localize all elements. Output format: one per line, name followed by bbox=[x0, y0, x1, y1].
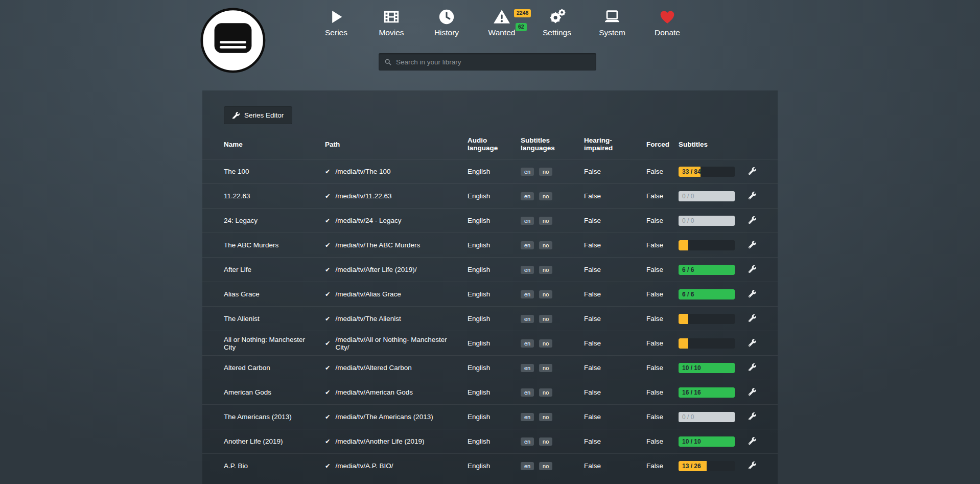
wrench-icon[interactable] bbox=[749, 192, 756, 199]
hearing-impaired-value: False bbox=[584, 364, 646, 372]
nav-settings[interactable]: Settings bbox=[529, 8, 585, 37]
check-icon: ✔ bbox=[325, 462, 330, 470]
series-path-cell: ✔ /media/tv/All or Nothing- Manchester C… bbox=[325, 336, 468, 351]
subtitles-progress-cell: 0 / 0 bbox=[679, 216, 744, 226]
subtitles-progress-bar: 33 / 84 bbox=[679, 167, 735, 177]
series-editor-button[interactable]: Series Editor bbox=[224, 106, 292, 124]
table-row: American Gods ✔ /media/tv/American Gods … bbox=[202, 380, 778, 404]
nav-donate[interactable]: Donate bbox=[640, 8, 695, 37]
search-input[interactable] bbox=[396, 58, 591, 66]
audio-language-value: English bbox=[468, 315, 521, 322]
subtitles-progress-bar bbox=[679, 338, 735, 349]
table-row: All or Nothing: Manchester City ✔ /media… bbox=[202, 331, 778, 355]
wrench-icon[interactable] bbox=[749, 290, 756, 297]
wrench-icon[interactable] bbox=[749, 462, 756, 469]
series-table-header: Name Path Audio language Subtitles langu… bbox=[202, 136, 778, 159]
wrench-icon[interactable] bbox=[749, 216, 756, 224]
subtitles-languages-cell: en no bbox=[521, 266, 584, 274]
series-name-link[interactable]: 24: Legacy bbox=[224, 217, 325, 224]
col-path-header: Path bbox=[325, 141, 468, 148]
progress-label: 0 / 0 bbox=[682, 191, 694, 201]
series-name-link[interactable]: Alias Grace bbox=[224, 290, 325, 298]
series-name-link[interactable]: A.P. Bio bbox=[224, 462, 325, 470]
progress-label: 10 / 10 bbox=[682, 363, 701, 373]
progress-fill bbox=[679, 240, 688, 250]
wrench-icon bbox=[232, 112, 240, 119]
subtitles-progress-cell: 33 / 84 bbox=[679, 167, 744, 177]
language-badge: en bbox=[521, 266, 534, 274]
series-path-cell: ✔ /media/tv/The Americans (2013) bbox=[325, 413, 468, 421]
wrench-icon[interactable] bbox=[749, 437, 756, 445]
series-path-cell: ✔ /media/tv/Another Life (2019) bbox=[325, 437, 468, 445]
series-path-cell: ✔ /media/tv/A.P. BIO/ bbox=[325, 462, 468, 470]
hearing-impaired-value: False bbox=[584, 290, 646, 298]
wrench-icon[interactable] bbox=[749, 388, 756, 396]
nav-series[interactable]: Series bbox=[309, 8, 364, 37]
nav-system[interactable]: System bbox=[585, 8, 640, 37]
subtitles-languages-cell: en no bbox=[521, 241, 584, 249]
nav-donate-label: Donate bbox=[655, 28, 680, 37]
subtitles-progress-cell: 6 / 6 bbox=[679, 265, 744, 275]
subtitles-languages-cell: en no bbox=[521, 290, 584, 298]
series-name-link[interactable]: 11.22.63 bbox=[224, 192, 325, 200]
forced-value: False bbox=[646, 339, 679, 347]
subtitles-languages-cell: en no bbox=[521, 462, 584, 470]
nav-movies-label: Movies bbox=[379, 28, 404, 37]
table-row: After Life ✔ /media/tv/After Life (2019)… bbox=[202, 257, 778, 282]
subtitles-progress-cell: 6 / 6 bbox=[679, 289, 744, 299]
series-panel: Series Editor Name Path Audio language S… bbox=[202, 90, 778, 484]
subtitles-progress-cell: 0 / 0 bbox=[679, 412, 744, 422]
subtitles-languages-cell: en no bbox=[521, 388, 584, 397]
progress-label: 10 / 10 bbox=[682, 436, 701, 447]
series-name-link[interactable]: The 100 bbox=[224, 168, 325, 175]
wrench-icon[interactable] bbox=[749, 314, 756, 322]
subtitles-languages-cell: en no bbox=[521, 192, 584, 200]
laptop-icon bbox=[603, 8, 621, 26]
language-badge: en bbox=[521, 241, 534, 249]
series-name-link[interactable]: All or Nothing: Manchester City bbox=[224, 336, 325, 351]
nav-wanted[interactable]: Wanted 2246 62 bbox=[474, 8, 529, 37]
wrench-icon[interactable] bbox=[749, 412, 756, 420]
app-logo[interactable] bbox=[200, 7, 266, 74]
series-name-link[interactable]: The Alienist bbox=[224, 315, 325, 322]
series-name-link[interactable]: Altered Carbon bbox=[224, 364, 325, 372]
hearing-impaired-value: False bbox=[584, 339, 646, 347]
main-nav: Series Movies History Wanted 2246 62 bbox=[309, 8, 695, 37]
forced-value: False bbox=[646, 437, 679, 445]
table-row: A.P. Bio ✔ /media/tv/A.P. BIO/ English e… bbox=[202, 453, 778, 478]
play-icon bbox=[328, 8, 345, 26]
heart-icon bbox=[659, 8, 676, 26]
subtitles-progress-bar bbox=[679, 314, 735, 324]
wrench-icon[interactable] bbox=[749, 339, 756, 347]
series-name-link[interactable]: Another Life (2019) bbox=[224, 437, 325, 445]
col-audio-language-header: Audio language bbox=[468, 136, 504, 152]
subtitles-progress-bar: 6 / 6 bbox=[679, 265, 735, 275]
wrench-icon[interactable] bbox=[749, 167, 756, 175]
language-badge: en bbox=[521, 364, 534, 372]
audio-language-value: English bbox=[468, 339, 521, 347]
series-path-cell: ✔ /media/tv/After Life (2019)/ bbox=[325, 266, 468, 273]
subtitles-progress-cell: 10 / 10 bbox=[679, 363, 744, 373]
wrench-icon[interactable] bbox=[749, 241, 756, 248]
series-name-link[interactable]: The ABC Murders bbox=[224, 241, 325, 249]
subtitles-progress-cell: 16 / 16 bbox=[679, 387, 744, 398]
wrench-icon[interactable] bbox=[749, 363, 756, 371]
col-subtitles-languages-header: Subtitles languages bbox=[521, 136, 564, 152]
language-badge: en bbox=[521, 339, 534, 348]
nav-history[interactable]: History bbox=[419, 8, 474, 37]
series-name-link[interactable]: After Life bbox=[224, 266, 325, 273]
table-row: 11.22.63 ✔ /media/tv/11.22.63 English en… bbox=[202, 183, 778, 208]
audio-language-value: English bbox=[468, 388, 521, 396]
nav-movies[interactable]: Movies bbox=[364, 8, 419, 37]
nav-wanted-label: Wanted bbox=[488, 28, 516, 37]
wrench-icon[interactable] bbox=[749, 265, 756, 273]
series-path-cell: ✔ /media/tv/24 - Legacy bbox=[325, 217, 468, 224]
table-row: The ABC Murders ✔ /media/tv/The ABC Murd… bbox=[202, 233, 778, 257]
language-badge: en bbox=[521, 192, 534, 200]
check-icon: ✔ bbox=[325, 364, 330, 372]
film-icon bbox=[383, 8, 400, 26]
series-name-link[interactable]: American Gods bbox=[224, 388, 325, 396]
library-search bbox=[379, 53, 596, 71]
progress-label: 16 / 16 bbox=[682, 387, 701, 398]
series-name-link[interactable]: The Americans (2013) bbox=[224, 413, 325, 421]
